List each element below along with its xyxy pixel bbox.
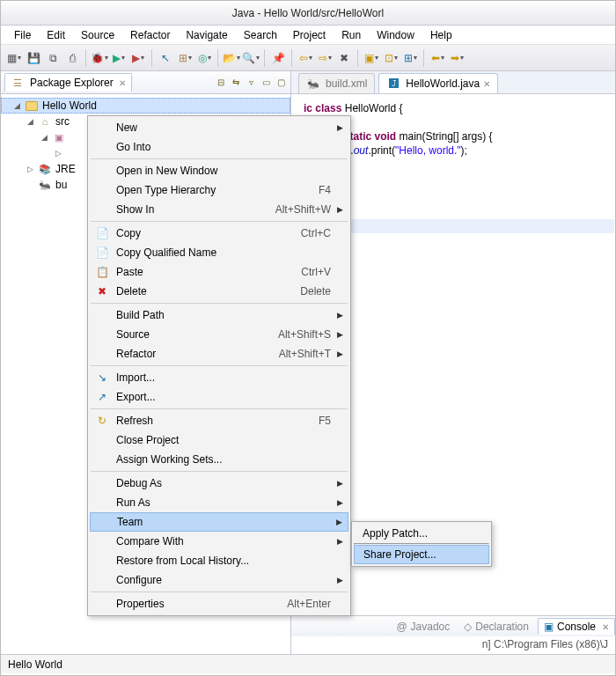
mi-new[interactable]: New▶ (90, 118, 348, 137)
mi-type-hierarchy[interactable]: Open Type HierarchyF4 (90, 180, 348, 200)
package-explorer-icon: ☰ (11, 76, 25, 90)
history-back-icon[interactable]: ⬅ (429, 50, 445, 66)
coverage-icon[interactable]: ▶ (130, 50, 146, 66)
menu-help[interactable]: Help (424, 27, 458, 43)
tab-javadoc[interactable]: @Javadoc (391, 619, 455, 635)
console-icon: ▣ (544, 621, 554, 633)
editor-tab-helloworld[interactable]: 🅹 HelloWorld.java ✕ (378, 73, 498, 93)
mi-paste[interactable]: 📋PasteCtrl+V (90, 262, 348, 282)
mi-copy-qualified[interactable]: 📄Copy Qualified Name (90, 243, 348, 262)
project-label: Hello World (42, 99, 97, 112)
twisty-icon[interactable]: ◢ (14, 101, 23, 110)
mi-apply-patch[interactable]: Apply Patch... (354, 524, 489, 543)
nav-2-icon[interactable]: ⊡ (383, 50, 399, 66)
stop-icon[interactable]: ✖ (336, 50, 352, 66)
maximize-view-icon[interactable]: ▢ (275, 77, 287, 89)
editor-tab-build[interactable]: 🐜 build.xml (298, 73, 375, 93)
mi-share-project[interactable]: Share Project... (354, 545, 489, 564)
save-icon[interactable]: 💾 (26, 50, 41, 66)
mi-close-project[interactable]: Close Project (90, 430, 348, 450)
menu-project[interactable]: Project (287, 27, 332, 43)
mi-run-as[interactable]: Run As▶ (90, 493, 348, 512)
mi-build-path[interactable]: Build Path▶ (90, 305, 348, 325)
mi-import[interactable]: ↘Import... (90, 368, 348, 387)
menu-file[interactable]: File (8, 27, 37, 43)
new-class-icon[interactable]: ◎ (196, 50, 212, 66)
twisty-icon[interactable]: ▷ (55, 149, 64, 158)
export-icon: ↗ (95, 391, 109, 403)
team-submenu[interactable]: Apply Patch... Share Project... (351, 521, 492, 567)
mi-compare-with[interactable]: Compare With▶ (90, 532, 348, 551)
twisty-icon[interactable]: ▷ (27, 165, 36, 173)
submenu-arrow-icon: ▶ (336, 518, 342, 526)
mi-go-into[interactable]: Go Into (90, 137, 348, 157)
new-package-icon[interactable]: ⊞ (177, 50, 193, 66)
mi-debug-as[interactable]: Debug As▶ (90, 474, 348, 493)
view-menu-icon[interactable]: ▿ (245, 77, 257, 89)
menu-window[interactable]: Window (370, 27, 421, 43)
menu-search[interactable]: Search (238, 27, 283, 43)
ant-icon: 🐜 (38, 178, 52, 192)
back-icon[interactable]: ⇦ (297, 50, 313, 66)
close-tab-icon[interactable]: ✕ (483, 79, 490, 89)
nav-1-icon[interactable]: ▣ (363, 50, 379, 66)
forward-icon[interactable]: ⇨ (317, 50, 333, 66)
mi-properties[interactable]: PropertiesAlt+Enter (90, 594, 348, 614)
cursor-icon[interactable]: ↖ (158, 50, 173, 66)
print-icon[interactable]: ⎙ (64, 50, 80, 66)
package-explorer-title: Package Explorer (30, 77, 114, 89)
package-icon: ▣ (52, 130, 66, 144)
open-icon[interactable]: 📂 (224, 50, 239, 66)
minimize-view-icon[interactable]: ▭ (260, 77, 272, 89)
separator (217, 49, 218, 67)
menu-source[interactable]: Source (75, 27, 121, 43)
mi-refresh[interactable]: ↻RefreshF5 (90, 411, 348, 430)
run-icon[interactable]: ▶ (111, 50, 127, 66)
pin-icon[interactable]: 📌 (270, 50, 286, 66)
javadoc-icon: @ (396, 621, 407, 633)
close-view-icon[interactable]: ✕ (119, 78, 126, 88)
context-menu[interactable]: New▶ Go Into Open in New Window Open Typ… (87, 115, 351, 616)
mi-refactor[interactable]: RefactorAlt+Shift+T▶ (90, 344, 348, 364)
mi-export[interactable]: ↗Export... (90, 387, 348, 407)
package-explorer-tab[interactable]: ☰ Package Explorer ✕ (4, 73, 132, 92)
mi-delete[interactable]: ✖DeleteDelete (90, 282, 348, 301)
separator (291, 49, 292, 67)
project-node[interactable]: ◢ Hello World (1, 98, 290, 114)
mi-team[interactable]: Team▶ (90, 512, 348, 532)
debug-icon[interactable]: 🐞 (92, 50, 107, 66)
separator (357, 49, 358, 67)
new-button-icon[interactable]: ▦ (6, 50, 22, 66)
menu-run[interactable]: Run (335, 27, 367, 43)
history-fwd-icon[interactable]: ➡ (449, 50, 465, 66)
mi-source[interactable]: SourceAlt+Shift+S▶ (90, 325, 348, 344)
link-editor-icon[interactable]: ⇆ (230, 77, 242, 89)
submenu-arrow-icon: ▶ (337, 479, 343, 488)
window-title: Java - Hello World/src/HelloWorl (1, 1, 615, 26)
mi-copy[interactable]: 📄CopyCtrl+C (90, 224, 348, 243)
java-file-icon: 🅹 (386, 77, 400, 91)
tab-declaration[interactable]: ◇Declaration (458, 619, 534, 635)
bottom-tab-bar: @Javadoc ◇Declaration ▣Console✕ (291, 615, 615, 636)
submenu-arrow-icon: ▶ (337, 537, 343, 546)
mi-assign-ws[interactable]: Assign Working Sets... (90, 450, 348, 469)
search-icon[interactable]: 🔍 (243, 50, 259, 66)
menu-refactor[interactable]: Refactor (124, 27, 176, 43)
twisty-icon[interactable]: ◢ (41, 133, 50, 142)
nav-3-icon[interactable]: ⊞ (402, 50, 418, 66)
save-all-icon[interactable]: ⧉ (45, 50, 61, 66)
mi-show-in[interactable]: Show InAlt+Shift+W▶ (90, 200, 348, 219)
mi-restore-history[interactable]: Restore from Local History... (90, 551, 348, 570)
twisty-icon[interactable]: ◢ (27, 117, 36, 126)
menu-edit[interactable]: Edit (40, 27, 71, 43)
ant-icon: 🐜 (306, 77, 320, 91)
mi-configure[interactable]: Configure▶ (90, 570, 348, 590)
menu-navigate[interactable]: Navigate (180, 27, 233, 43)
mi-open-new-window[interactable]: Open in New Window (90, 161, 348, 180)
collapse-icon[interactable]: ⊟ (215, 77, 227, 89)
tab-console[interactable]: ▣Console✕ (538, 618, 615, 635)
build-label: bu (55, 179, 67, 191)
tab-label: HelloWorld.java (406, 77, 480, 90)
close-icon[interactable]: ✕ (602, 622, 609, 632)
copy-qn-icon: 📄 (95, 246, 109, 259)
